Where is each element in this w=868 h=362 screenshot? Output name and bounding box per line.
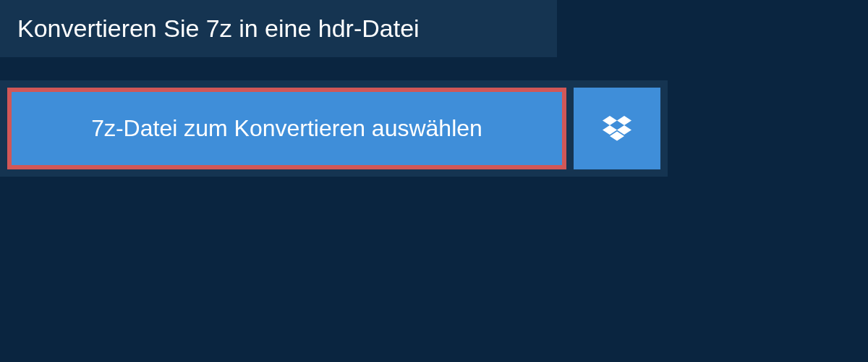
select-file-label: 7z-Datei zum Konvertieren auswählen: [91, 115, 482, 142]
page-title: Konvertieren Sie 7z in eine hdr-Datei: [17, 14, 540, 43]
select-file-button[interactable]: 7z-Datei zum Konvertieren auswählen: [7, 88, 566, 169]
header-bar: Konvertieren Sie 7z in eine hdr-Datei: [0, 0, 557, 57]
upload-area: 7z-Datei zum Konvertieren auswählen: [0, 80, 668, 177]
dropbox-icon: [603, 116, 631, 142]
dropbox-button[interactable]: [574, 88, 660, 169]
